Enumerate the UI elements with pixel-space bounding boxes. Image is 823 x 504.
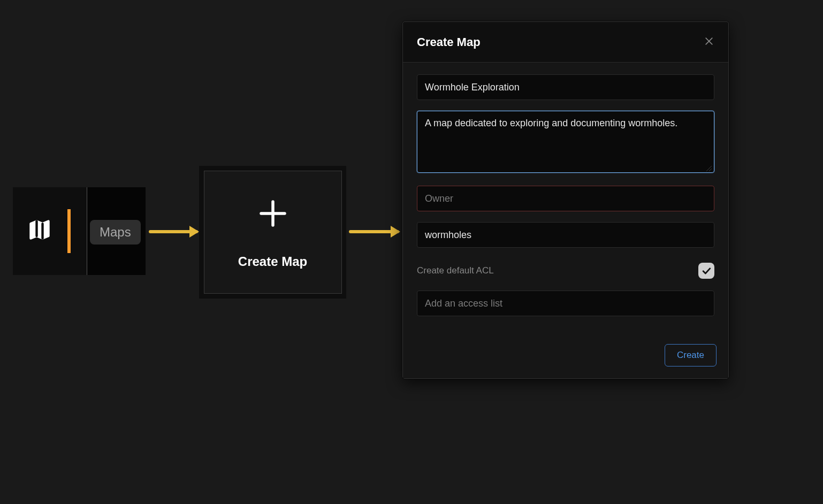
map-description-value: A map dedicated to exploring and documen… [425, 118, 677, 129]
tooltip-label: Maps [100, 225, 131, 240]
active-indicator [67, 209, 71, 253]
map-name-value: Wormhole Exploration [425, 82, 520, 93]
create-button[interactable]: Create [665, 344, 717, 366]
owner-input[interactable]: Owner [417, 186, 714, 211]
modal-footer: Create [403, 334, 728, 378]
svg-line-4 [706, 166, 712, 171]
default-acl-label: Create default ACL [417, 265, 494, 276]
modal-body: Wormhole Exploration A map dedicated to … [403, 63, 728, 334]
default-acl-row: Create default ACL [417, 263, 714, 279]
modal-header: Create Map [403, 22, 728, 63]
map-description-input[interactable]: A map dedicated to exploring and documen… [417, 111, 714, 173]
create-button-label: Create [677, 350, 704, 360]
slug-input[interactable]: wormholes [417, 222, 714, 248]
close-icon[interactable] [704, 36, 714, 49]
access-list-input[interactable]: Add an access list [417, 291, 714, 316]
svg-line-5 [709, 169, 712, 171]
create-map-tile-label: Create Map [238, 254, 307, 269]
owner-placeholder-text: Owner [425, 193, 453, 204]
access-list-placeholder-text: Add an access list [425, 298, 502, 309]
slug-value: wormholes [425, 230, 471, 241]
create-map-tile[interactable]: Create Map [204, 171, 342, 294]
default-acl-checkbox[interactable] [698, 263, 714, 279]
maps-tooltip[interactable]: Maps [90, 220, 141, 245]
map-name-input[interactable]: Wormhole Exploration [417, 74, 714, 100]
create-map-tile-panel: Create Map [199, 166, 346, 299]
plus-icon [255, 195, 291, 238]
map-icon[interactable] [28, 218, 51, 244]
resize-handle-icon[interactable] [705, 164, 713, 171]
create-map-modal: Create Map Wormhole Exploration A map de… [402, 21, 729, 379]
sidebar-nav-preview: Maps [13, 187, 146, 275]
modal-title: Create Map [417, 35, 481, 49]
